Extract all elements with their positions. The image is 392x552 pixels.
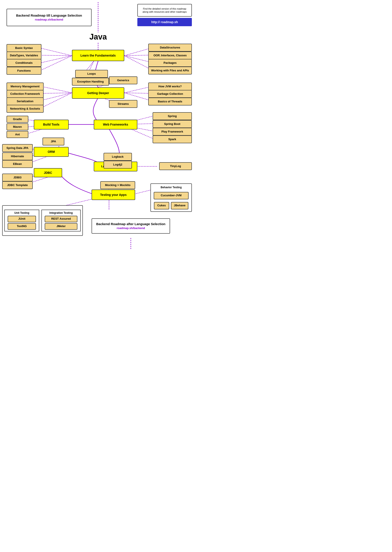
loops-box: Loops — [75, 70, 108, 78]
data-structures-box: DataStructures — [148, 44, 192, 51]
svg-line-15 — [40, 93, 72, 108]
spring-boot-box: Spring Boot — [153, 120, 192, 128]
title-box: Backend Roadmap till Language Selection … — [7, 9, 91, 26]
serialization-box: Serialization — [7, 97, 44, 105]
conditionals-box: Conditionals — [7, 59, 42, 67]
threads-box: Basics of Threads — [148, 98, 192, 105]
svg-line-5 — [40, 56, 72, 71]
collection-box: Collection Framework — [7, 90, 44, 98]
spring-box: Spring — [153, 112, 192, 120]
exception-handling-box: Exception Handling — [72, 78, 109, 86]
hibernate-box: Hibernate — [2, 153, 33, 160]
url-text: http:// roadmap.sh — [151, 20, 178, 24]
getting-deeper-box: Getting Deeper — [72, 87, 124, 99]
jdbi3-box: JDBI3 — [2, 174, 33, 182]
basic-syntax-box: Basic Syntax — [7, 44, 42, 52]
svg-line-4 — [40, 56, 72, 63]
subtitle-link[interactable]: roadmap.sh/backend — [16, 18, 82, 22]
datatypes-box: DataTypes, Variables — [7, 51, 42, 59]
functions-box: Functions — [7, 67, 42, 75]
info-box: Find the detailed version of this roadma… — [137, 4, 192, 17]
rest-assured-box: REST Assured — [45, 216, 77, 222]
log4j2-box: Log4j2 — [104, 161, 132, 168]
testng-box: TestNG — [8, 223, 36, 230]
junit-box: JUnit — [8, 216, 36, 222]
learn-fundamentals-box: Learn the Fundamentals — [72, 50, 124, 61]
jdbc-template-box: JDBC Template — [2, 181, 33, 189]
info-text: Find the detailed version of this roadma… — [140, 7, 189, 14]
web-frameworks-box: Web Frameworks — [94, 120, 137, 130]
bottom-roadmap-box: Backend Roadmap after Language Selection… — [91, 218, 170, 234]
svg-line-14 — [40, 93, 72, 101]
behavior-testing-area: Behavior Testing Cucumber-JVM Cukes JBeh… — [150, 183, 192, 212]
java-title: Java — [89, 32, 107, 42]
integration-testing-label: Integration Testing — [49, 211, 73, 215]
behavior-testing-label: Behavior Testing — [161, 186, 182, 189]
files-apis-box: Working with Files and APIs — [148, 67, 192, 74]
svg-line-2 — [40, 48, 72, 56]
play-box: Play Framework — [153, 128, 192, 136]
cucumber-box: Cucumber-JVM — [154, 192, 189, 199]
oop-box: OOP, Interfaces, Classes — [148, 51, 192, 59]
spark-box: Spark — [153, 135, 192, 143]
logback-box: Logback — [104, 153, 132, 161]
cukes-box: Cukes — [154, 202, 169, 209]
unit-integration-area: Unit Testing JUnit TestNG Integration Te… — [2, 205, 83, 236]
gradle-box: Gradle — [7, 116, 28, 123]
testing-box: Testing your Apps — [91, 189, 135, 200]
generics-box: Generics — [109, 76, 137, 84]
how-jvm-box: How JVM works? — [148, 83, 192, 90]
svg-line-3 — [40, 55, 72, 56]
networking-box: Networking & Sockets — [7, 105, 44, 113]
integration-testing-area: Integration Testing REST Assured JMeter — [42, 210, 81, 232]
packages-box: Packages — [148, 59, 192, 67]
svg-line-13 — [40, 93, 72, 94]
svg-line-12 — [40, 86, 72, 93]
jpa-box: JPA — [42, 138, 64, 145]
mocking-box: Mocking > Mockito — [100, 181, 135, 189]
build-tools-box: Build Tools — [34, 120, 69, 130]
spring-data-jpa-box: Spring Data JPA — [2, 144, 33, 152]
bottom-title: Backend Roadmap after Language Selection — [96, 222, 166, 226]
unit-testing-label: Unit Testing — [14, 211, 29, 215]
tinylog-box: TinyLog — [159, 162, 192, 170]
memory-box: Memory Management — [7, 83, 44, 90]
unit-testing-area: Unit Testing JUnit TestNG — [4, 210, 39, 232]
garbage-box: Garbage Collection — [148, 90, 192, 98]
jbehave-box: JBehave — [171, 202, 188, 209]
bottom-link[interactable]: roadmap.sh/backend — [117, 226, 145, 230]
jmeter-box: JMeter — [45, 223, 77, 230]
ant-box: Ant — [7, 131, 28, 138]
title-text: Backend Roadmap till Language Selection — [16, 13, 82, 18]
jdbc-box: JDBC — [34, 168, 62, 177]
url-button[interactable]: http:// roadmap.sh — [137, 18, 192, 26]
ebean-box: EBean — [2, 160, 33, 168]
orm-box: ORM — [34, 147, 69, 157]
streams-box: Streams — [109, 100, 137, 108]
maven-box: Maven — [7, 123, 28, 130]
